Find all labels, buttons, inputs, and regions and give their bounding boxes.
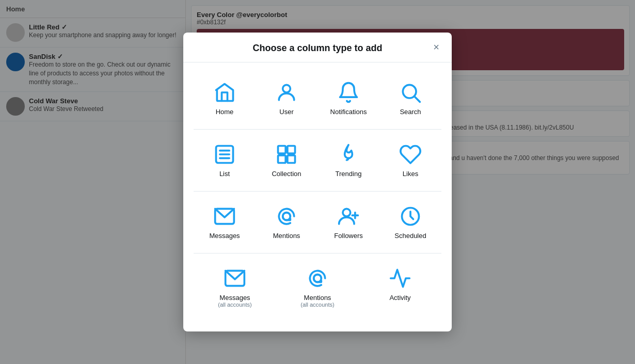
at-icon	[275, 205, 298, 228]
modal-overlay: Choose a column type to add × Home	[0, 0, 635, 364]
trending-icon	[337, 143, 360, 166]
grid-item-messages-label: Messages	[209, 232, 240, 240]
grid-item-activity-label: Activity	[389, 294, 410, 302]
grid-item-collection[interactable]: Collection	[256, 135, 318, 186]
svg-point-13	[343, 209, 351, 216]
modal-close-button[interactable]: ×	[429, 40, 443, 55]
grid-row-1: Home User	[194, 68, 441, 129]
column-type-modal: Choose a column type to add × Home	[183, 33, 452, 331]
grid-item-mentions[interactable]: Mentions	[256, 197, 318, 248]
grid-item-home[interactable]: Home	[194, 73, 256, 124]
grid-item-messages[interactable]: Messages	[194, 197, 256, 248]
grid-item-messages-all-sublabel: (all accounts)	[218, 302, 251, 308]
clock-icon	[399, 205, 422, 228]
svg-line-2	[415, 97, 420, 102]
grid-item-list-label: List	[219, 170, 230, 178]
grid-item-user-label: User	[279, 108, 293, 116]
grid-item-scheduled[interactable]: Scheduled	[379, 197, 441, 248]
grid-item-user[interactable]: User	[256, 73, 318, 124]
grid-item-likes-label: Likes	[403, 170, 418, 178]
grid-item-followers[interactable]: Followers	[318, 197, 379, 248]
modal-header: Choose a column type to add ×	[183, 33, 452, 62]
grid-row-4: Messages (all accounts) Mentions (all ac…	[194, 253, 441, 321]
home-icon	[213, 81, 236, 104]
mail-all-icon	[224, 267, 246, 290]
at-all-icon	[306, 267, 329, 290]
grid-item-mentions-all-sublabel: (all accounts)	[300, 302, 334, 308]
svg-rect-8	[288, 146, 295, 154]
svg-rect-10	[288, 155, 295, 163]
grid-item-trending[interactable]: Trending	[318, 135, 379, 186]
grid-item-list[interactable]: List	[194, 135, 256, 186]
grid-item-mentions-label: Mentions	[273, 232, 300, 240]
heart-icon	[399, 143, 422, 166]
bell-icon	[337, 81, 360, 104]
grid-item-trending-label: Trending	[336, 170, 362, 178]
grid-item-mentions-all-label: Mentions	[304, 294, 331, 302]
svg-point-0	[283, 85, 291, 92]
grid-item-messages-all[interactable]: Messages (all accounts)	[214, 259, 256, 316]
grid-item-notifications-label: Notifications	[330, 108, 367, 116]
grid-item-activity[interactable]: Activity	[385, 259, 416, 316]
followers-icon	[337, 205, 360, 228]
grid-row-2: List Collection	[194, 129, 441, 191]
modal-title: Choose a column type to add	[252, 43, 382, 53]
collection-icon	[275, 143, 298, 166]
grid-item-scheduled-label: Scheduled	[394, 232, 426, 240]
svg-rect-9	[278, 155, 286, 163]
mail-icon	[213, 205, 236, 228]
grid-item-collection-label: Collection	[272, 170, 301, 178]
grid-item-likes[interactable]: Likes	[379, 135, 441, 186]
grid-item-mentions-all[interactable]: Mentions (all accounts)	[296, 259, 338, 316]
user-icon	[275, 81, 298, 104]
grid-item-notifications[interactable]: Notifications	[318, 73, 379, 124]
grid-item-search[interactable]: Search	[379, 73, 441, 124]
list-icon	[213, 143, 236, 166]
grid-item-search-label: Search	[400, 108, 421, 116]
grid-item-followers-label: Followers	[334, 232, 363, 240]
grid-item-home-label: Home	[216, 108, 234, 116]
search-icon	[399, 81, 422, 104]
grid-row-3: Messages Mentions	[194, 191, 441, 253]
modal-body: Home User	[183, 62, 452, 331]
svg-rect-7	[278, 146, 286, 154]
grid-item-messages-all-label: Messages	[219, 294, 250, 302]
activity-icon	[389, 267, 411, 290]
